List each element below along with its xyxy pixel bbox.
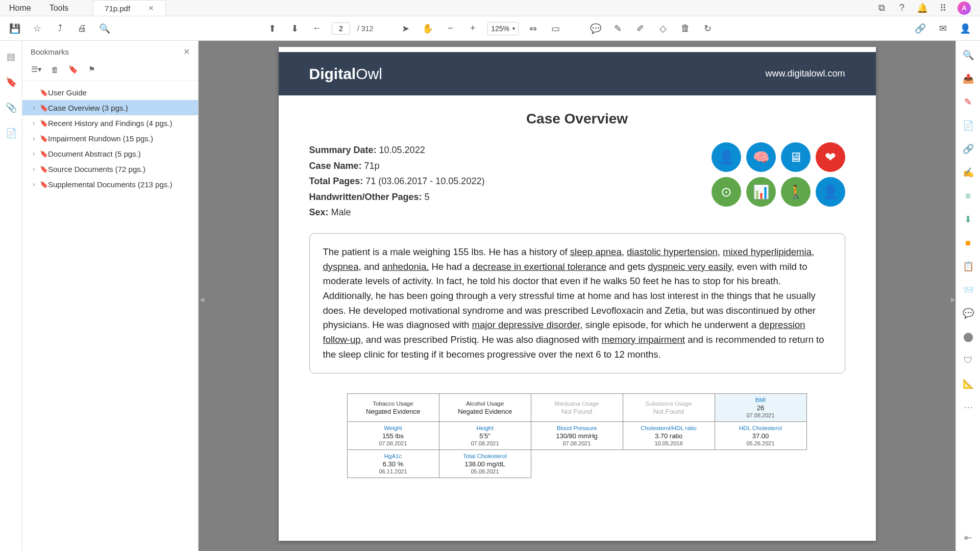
attachments-icon[interactable]: 📎 — [6, 102, 17, 113]
rr-redact-icon[interactable]: ■ — [962, 237, 974, 249]
refresh-icon[interactable]: ↻ — [700, 21, 716, 36]
rr-comment-icon[interactable]: 💬 — [962, 307, 974, 319]
bookmark-icon: 🔖 — [40, 135, 48, 142]
expand-right-icon[interactable]: ▶ — [951, 296, 955, 303]
rr-expand-icon[interactable]: ⇤ — [962, 532, 974, 544]
brand-logo: DigitalOwl — [309, 65, 382, 83]
layers-icon[interactable]: 📄 — [6, 128, 17, 139]
metric-value: 37.00 — [717, 432, 804, 440]
email-icon[interactable]: ✉ — [935, 21, 950, 36]
metric-value: Negated Evidence — [442, 408, 529, 415]
metric-date: 07.08.2021 — [350, 440, 437, 446]
thumbnails-icon[interactable]: ▤ — [6, 51, 17, 62]
metric-value: Not Found — [533, 408, 621, 415]
star-icon[interactable]: ☆ — [30, 21, 45, 36]
close-icon[interactable]: ✕ — [148, 4, 154, 12]
chevron-down-icon: ▾ — [512, 26, 515, 31]
rr-organize-icon[interactable]: ≡ — [962, 190, 974, 202]
metric-cell: Cholesterol/HDL ratio3.70 ratio10.05.201… — [623, 421, 715, 450]
metric-date: 06.11.2021 — [350, 468, 437, 474]
bookmark-item[interactable]: 🔖Document Abstract (5 pgs.) — [22, 146, 198, 161]
print-icon[interactable]: 🖨 — [75, 21, 90, 36]
metrics-table: Tobacco UsageNegated EvidenceAlcohol Usa… — [348, 394, 807, 478]
bookmark-icon: 🔖 — [40, 181, 48, 188]
account-icon[interactable]: 👤 — [958, 21, 973, 36]
rr-stamp-icon[interactable]: ⬤ — [962, 331, 974, 343]
rr-prepare-icon[interactable]: 📋 — [962, 260, 974, 272]
add-page-icon[interactable]: ⧉ — [876, 3, 887, 14]
rr-combine-icon[interactable]: 🔗 — [962, 143, 974, 155]
apps-grid-icon[interactable]: ⠿ — [937, 3, 948, 14]
mobility-icon: 🚶 — [781, 177, 811, 207]
close-panel-icon[interactable]: ✕ — [183, 47, 190, 57]
rr-measure-icon[interactable]: 📐 — [962, 378, 974, 390]
file-tab[interactable]: 71p.pdf ✕ — [93, 0, 166, 16]
bm-add-icon[interactable]: 🔖 — [67, 64, 79, 75]
metric-cell: HgA1c6.30 %06.11.2021 — [347, 449, 439, 478]
metric-label: Alcohol Usage — [442, 400, 529, 407]
top-tabs: Home Tools 71p.pdf ✕ ⧉ ? 🔔 ⠿ A — [0, 0, 980, 16]
bookmark-item[interactable]: 🔖User Guide — [22, 85, 198, 100]
bookmark-icon: 🔖 — [40, 150, 48, 158]
metric-cell: Alcohol UsageNegated Evidence — [439, 393, 531, 422]
delete-icon[interactable]: 🗑 — [678, 21, 693, 36]
rr-export-icon[interactable]: 📤 — [962, 72, 974, 85]
zoom-select[interactable]: 125% ▾ — [487, 22, 519, 35]
home-tab[interactable]: Home — [0, 0, 40, 16]
bookmark-item[interactable]: 🔖Case Overview (3 pgs.) — [22, 100, 198, 115]
metric-cell: HDL Cholesterol37.0005.26.2021 — [715, 421, 807, 450]
rr-send-icon[interactable]: 📨 — [962, 284, 974, 296]
tools-tab[interactable]: Tools — [40, 0, 78, 16]
document-view[interactable]: ◀ DigitalOwl www.digitalowl.com Case Ove… — [199, 41, 955, 551]
metric-value: Not Found — [625, 408, 713, 415]
zoom-in-icon[interactable]: + — [465, 21, 480, 36]
page-number-input[interactable] — [332, 22, 350, 35]
rr-compress-icon[interactable]: ⬇ — [962, 213, 974, 226]
metric-label: Substance Usage — [625, 400, 713, 407]
hand-icon[interactable]: ✋ — [420, 21, 435, 36]
bookmarks-icon[interactable]: 🔖 — [6, 77, 17, 88]
rr-edit-icon[interactable]: ✎ — [962, 96, 974, 108]
bm-delete-icon[interactable]: 🗑 — [49, 64, 60, 75]
collapse-panel-icon[interactable]: ◀ — [200, 296, 204, 303]
zoom-value: 125% — [491, 24, 509, 33]
bookmark-item[interactable]: 🔖Supplemental Documents (213 pgs.) — [22, 177, 198, 192]
case-meta: Summary Date: 10.05.2022 Case Name: 71p … — [309, 142, 485, 220]
bookmark-item[interactable]: 🔖Source Documents (72 pgs.) — [22, 161, 198, 177]
metric-date: 07.08.2021 — [717, 412, 804, 418]
erase-icon[interactable]: ◇ — [655, 21, 671, 36]
pointer-icon[interactable]: ➤ — [398, 21, 413, 36]
rr-create-icon[interactable]: 📄 — [962, 119, 974, 132]
save-icon[interactable]: 💾 — [7, 21, 22, 36]
highlight-icon[interactable]: ✎ — [610, 21, 626, 36]
rr-more-icon[interactable]: ⋯ — [962, 401, 974, 413]
notifications-icon[interactable]: 🔔 — [917, 3, 928, 14]
rr-protect-icon[interactable]: 🛡 — [962, 354, 974, 366]
page-down-icon[interactable]: ⬇ — [287, 21, 302, 36]
avatar[interactable]: A — [958, 2, 971, 15]
bookmark-item[interactable]: 🔖Recent History and Findings (4 pgs.) — [22, 115, 198, 131]
bm-options-icon[interactable]: ☰▾ — [31, 64, 42, 75]
metric-date: 05.08.2021 — [442, 468, 529, 474]
search-icon[interactable]: 🔍 — [97, 21, 112, 36]
metric-label: Blood Pressure — [533, 425, 621, 431]
help-icon[interactable]: ? — [896, 3, 908, 14]
left-rail: ▤ 🔖 📎 📄 — [0, 41, 22, 551]
read-mode-icon[interactable]: ▭ — [548, 21, 564, 36]
draw-icon[interactable]: ✐ — [633, 21, 648, 36]
rr-sign-icon[interactable]: ✍ — [962, 166, 974, 179]
bm-find-icon[interactable]: ⚑ — [86, 64, 97, 75]
file-tab-label: 71p.pdf — [105, 4, 130, 13]
comment-icon[interactable]: 💬 — [588, 21, 603, 36]
back-icon[interactable]: ← — [309, 21, 325, 36]
metric-label: Marijuana Usage — [533, 400, 621, 407]
page-up-icon[interactable]: ⬆ — [264, 21, 280, 36]
metric-cell: Total Cholesterol138.00 mg/dL05.08.2021 — [439, 449, 531, 478]
link-icon[interactable]: 🔗 — [913, 21, 928, 36]
right-rail: ▶ 🔍 📤 ✎ 📄 🔗 ✍ ≡ ⬇ ■ 📋 📨 💬 ⬤ 🛡 📐 ⋯ ⇤ — [955, 41, 980, 551]
fit-width-icon[interactable]: ⇔ — [526, 21, 541, 36]
rr-search-icon[interactable]: 🔍 — [962, 49, 974, 61]
zoom-out-icon[interactable]: − — [443, 21, 458, 36]
share-icon[interactable]: ⤴ — [52, 21, 67, 36]
bookmark-item[interactable]: 🔖Impairment Rundown (15 pgs.) — [22, 131, 198, 146]
